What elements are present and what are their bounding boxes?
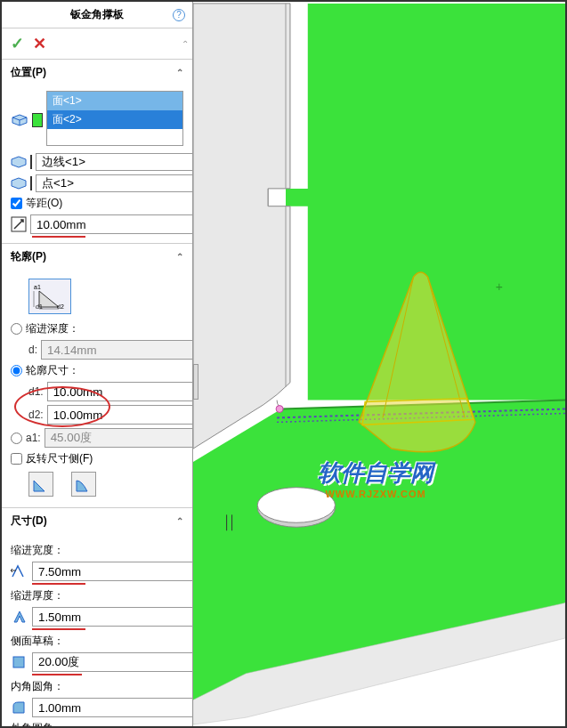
depth-label: 缩进深度： [26, 321, 79, 336]
property-panel: 钣金角撑板 ? ✓ ✕ ⌃ 位置(P) ⌃ 面<1> 面<2> [2, 2, 193, 726]
edge-type-flat-button[interactable] [28, 472, 53, 497]
position-section: 位置(P) ⌃ 面<1> 面<2> [2, 60, 192, 244]
edge-type-round-button[interactable] [71, 472, 96, 497]
profile-type-button[interactable]: a1d1d2 [28, 279, 71, 314]
panel-header: 钣金角撑板 ? [2, 2, 192, 28]
watermark-url: WWW.RJZXW.COM [318, 489, 433, 499]
collapse-icon: ⌃ [176, 68, 183, 77]
equal-offset-label: 等距(O) [26, 196, 62, 211]
width-label: 缩进宽度： [11, 543, 183, 558]
a1-input [45, 428, 193, 448]
draft-label: 侧面草稿： [11, 634, 183, 649]
thickness-input[interactable] [32, 607, 193, 627]
svg-rect-10 [13, 657, 24, 667]
d1-label: d1: [28, 385, 44, 398]
collapse-icon: ⌃ [176, 252, 183, 262]
edge-input[interactable] [36, 153, 193, 171]
watermark-text: 软件自学网 [318, 457, 433, 489]
svg-marker-5 [12, 178, 26, 189]
position-title: 位置(P) [11, 65, 46, 80]
point-selector-icon[interactable] [11, 174, 27, 192]
flip-checkbox[interactable] [11, 453, 22, 465]
help-icon[interactable]: ? [173, 9, 185, 21]
color-swatch-pink[interactable] [30, 176, 32, 190]
3d-viewport[interactable]: + 软件自学网 WWW.RJZXW.COM [193, 2, 565, 726]
equal-offset-checkbox[interactable] [11, 198, 22, 209]
profile-section: 轮廓(P) ⌃ a1d1d2 缩进深度： d: ▲▼ 轮廓尺寸： d1: [2, 244, 192, 508]
thickness-label: 缩进厚度： [11, 588, 183, 603]
a1-label: a1: [26, 432, 41, 444]
svg-marker-4 [12, 157, 26, 167]
offset-value-input[interactable] [30, 214, 193, 234]
d-label: d: [28, 344, 37, 356]
point-input[interactable] [36, 174, 193, 192]
confirm-button[interactable]: ✓ [11, 34, 24, 53]
depth-radio[interactable] [11, 323, 22, 335]
pin-chevron-icon[interactable]: ⌃ [182, 39, 189, 49]
face-list-item[interactable]: 面<2> [47, 110, 182, 129]
flip-label: 反转尺寸侧(F) [26, 451, 93, 466]
a1-radio[interactable] [11, 433, 22, 444]
d1-input[interactable] [47, 382, 193, 401]
face-list-item[interactable]: 面<1> [47, 92, 182, 110]
outer-fillet-label: 外角圆角： [11, 721, 183, 726]
confirm-bar: ✓ ✕ ⌃ [2, 28, 192, 60]
svg-text:a1: a1 [34, 284, 41, 290]
dimensions-section: 尺寸(D) ⌃ 缩进宽度： ▲▼ 缩进厚度： ▲▼ 侧面草稿： [2, 508, 192, 726]
draft-icon [11, 652, 28, 672]
offset-icon[interactable] [11, 214, 27, 234]
inner-fillet-label: 内角圆角： [11, 679, 183, 694]
dimensions-header[interactable]: 尺寸(D) ⌃ [2, 508, 192, 534]
inner-fillet-input[interactable] [32, 698, 193, 717]
watermark: 软件自学网 WWW.RJZXW.COM [318, 457, 433, 499]
profile-title: 轮廓(P) [11, 249, 46, 264]
collapse-icon: ⌃ [176, 516, 183, 526]
inner-fillet-icon [11, 698, 28, 717]
face-selector-icon[interactable] [11, 111, 28, 129]
draft-input[interactable] [32, 652, 193, 672]
d2-input[interactable] [47, 405, 193, 425]
color-swatch-green[interactable] [32, 113, 43, 127]
width-input[interactable] [32, 562, 193, 581]
panel-title: 钣金角撑板 [70, 7, 124, 22]
thickness-icon [11, 607, 28, 627]
color-swatch-purple[interactable] [30, 155, 32, 169]
profile-header[interactable]: 轮廓(P) ⌃ [2, 244, 192, 270]
size-label: 轮廓尺寸： [26, 363, 79, 378]
d-input [41, 340, 193, 360]
svg-point-11 [276, 406, 283, 413]
size-radio[interactable] [11, 365, 22, 376]
position-header[interactable]: 位置(P) ⌃ [2, 60, 192, 85]
edge-selector-icon[interactable] [11, 153, 27, 171]
panel-resize-handle[interactable] [193, 364, 198, 400]
width-icon [11, 562, 28, 581]
d2-label: d2: [28, 408, 44, 421]
face-list[interactable]: 面<1> 面<2> [46, 91, 183, 146]
cancel-button[interactable]: ✕ [33, 34, 46, 53]
svg-text:+: + [496, 279, 503, 294]
3d-scene: + [193, 2, 565, 726]
dimensions-title: 尺寸(D) [11, 514, 47, 529]
